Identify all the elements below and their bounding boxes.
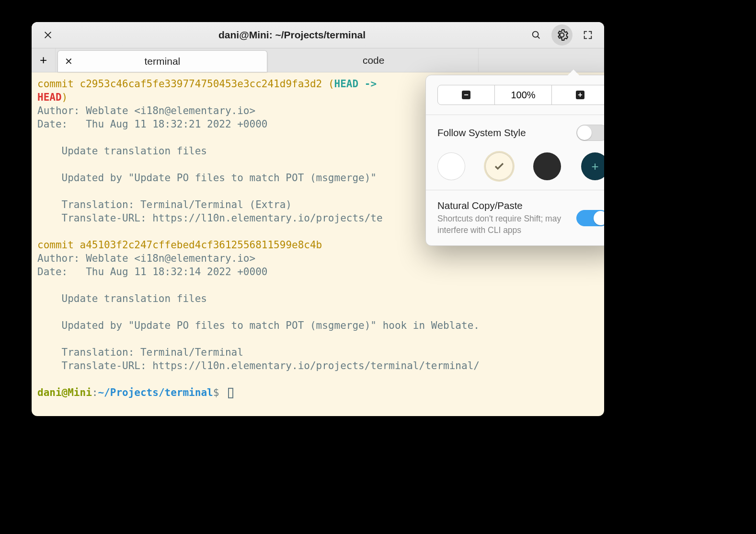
theme-picker: +: [437, 152, 604, 180]
natural-copy-paste-desc: Shortcuts don't require Shift; may inter…: [437, 213, 571, 236]
new-tab-button[interactable]: +: [32, 48, 56, 72]
search-button[interactable]: [527, 26, 545, 44]
theme-light[interactable]: [437, 152, 465, 180]
maximize-button[interactable]: [579, 26, 596, 44]
theme-solarized[interactable]: [485, 152, 513, 180]
tab-terminal[interactable]: ✕ terminal: [57, 50, 267, 72]
svg-point-0: [533, 32, 538, 37]
zoom-out-button[interactable]: −: [438, 85, 495, 104]
theme-dark[interactable]: [533, 152, 561, 180]
natural-copy-paste-toggle[interactable]: [576, 210, 604, 226]
settings-popover: − 100% + Follow System Style +: [425, 75, 604, 246]
natural-copy-paste-label: Natural Copy/Paste: [437, 200, 571, 211]
window-title: dani@Mini: ~/Projects/terminal: [63, 29, 521, 41]
tab-extra[interactable]: [479, 48, 604, 72]
copypaste-section: Natural Copy/Paste Shortcuts don't requi…: [426, 190, 604, 245]
zoom-level[interactable]: 100%: [495, 85, 552, 104]
zoom-control: − 100% +: [437, 85, 604, 105]
cursor-icon: [228, 388, 233, 398]
style-section: Follow System Style +: [426, 115, 604, 190]
tab-code[interactable]: code: [269, 48, 479, 72]
zoom-in-button[interactable]: +: [552, 85, 604, 104]
follow-system-style-toggle[interactable]: [576, 125, 604, 141]
close-window-button[interactable]: [39, 26, 57, 44]
tab-label: terminal: [145, 56, 181, 67]
settings-button[interactable]: [551, 24, 573, 46]
titlebar: dani@Mini: ~/Projects/terminal: [32, 22, 604, 48]
theme-custom[interactable]: +: [581, 152, 604, 180]
zoom-section: − 100% +: [426, 75, 604, 115]
check-icon: [493, 161, 505, 172]
close-tab-icon[interactable]: ✕: [65, 56, 73, 67]
follow-system-style-label: Follow System Style: [437, 127, 571, 139]
tab-label: code: [363, 55, 385, 66]
tab-bar: + ✕ terminal code: [32, 48, 604, 72]
app-window: dani@Mini: ~/Projects/terminal + ✕ termi…: [32, 22, 604, 416]
